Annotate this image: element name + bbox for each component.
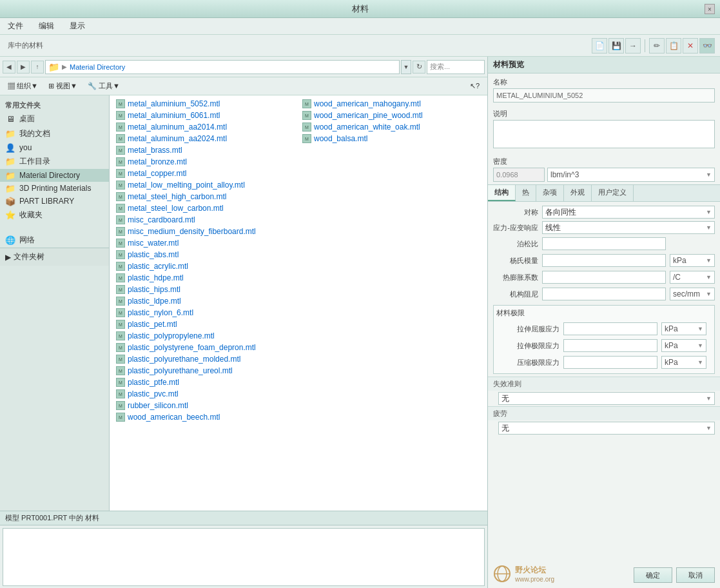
menu-view[interactable]: 显示 xyxy=(67,19,88,33)
file-item[interactable]: Mwood_american_beech.mtl xyxy=(112,411,298,423)
edit-button[interactable]: ✏ xyxy=(649,38,665,54)
file-icon: M xyxy=(116,297,125,306)
thermal-input[interactable] xyxy=(542,271,666,284)
search-box[interactable]: 搜索... xyxy=(427,60,485,74)
file-item[interactable]: Mmetal_aluminium_6061.mtl xyxy=(112,110,298,121)
thermal-unit[interactable]: /C ▼ xyxy=(670,271,715,284)
file-item[interactable]: Mwood_american_mahogany.mtl xyxy=(298,98,485,110)
damping-input[interactable] xyxy=(542,288,666,300)
file-item[interactable]: Mmetal_steel_low_carbon.mtl xyxy=(112,202,298,214)
file-item[interactable]: Mplastic_pet.mtl xyxy=(112,318,298,330)
file-item[interactable]: Mplastic_hips.mtl xyxy=(112,284,298,295)
file-item[interactable]: Mmetal_bronze.mtl xyxy=(112,156,298,168)
back-button[interactable]: ◀ xyxy=(3,61,15,74)
cancel-button[interactable]: 取消 xyxy=(676,567,715,583)
density-unit[interactable]: lbm/in^3 ▼ xyxy=(547,168,715,182)
sidebar-item-you[interactable]: 👤 you xyxy=(0,141,109,154)
file-item[interactable]: Mplastic_polyurethane_ureol.mtl xyxy=(112,365,298,377)
density-input[interactable] xyxy=(493,168,545,182)
damping-unit[interactable]: sec/mm ▼ xyxy=(670,288,715,300)
tensile-yield-input[interactable] xyxy=(563,322,657,335)
sidebar-item-3d-printing[interactable]: 📁 3D Printing Materials xyxy=(0,182,109,195)
file-item[interactable]: Mplastic_pvc.mtl xyxy=(112,388,298,400)
menu-edit[interactable]: 编辑 xyxy=(36,19,57,33)
new-button[interactable]: 📄 xyxy=(592,38,607,54)
tab-thermal[interactable]: 热 xyxy=(516,185,536,201)
copy-button[interactable]: 📋 xyxy=(666,38,681,54)
tensile-yield-unit[interactable]: kPa ▼ xyxy=(661,322,706,335)
file-item[interactable]: Mmetal_aluminum_aa2014.mtl xyxy=(112,121,298,133)
file-item[interactable]: Mwood_balsa.mtl xyxy=(298,133,485,144)
file-item[interactable]: Mplastic_polystyrene_foam_depron.mtl xyxy=(112,342,298,353)
file-item[interactable]: Mplastic_acrylic.mtl xyxy=(112,260,298,272)
sidebar-item-documents[interactable]: 📁 我的文档 xyxy=(0,126,109,141)
youngs-input[interactable] xyxy=(542,254,666,267)
confirm-button[interactable]: 确定 xyxy=(634,567,672,583)
file-item[interactable]: Mmisc_water.mtl xyxy=(112,237,298,249)
tools-button[interactable]: 🔧 工具▼ xyxy=(85,80,122,92)
path-dropdown[interactable]: ▼ xyxy=(401,60,411,74)
up-button[interactable]: ↑ xyxy=(31,61,44,74)
file-item[interactable]: Mwood_american_white_oak.mtl xyxy=(298,121,485,133)
menu-file[interactable]: 文件 xyxy=(5,19,26,33)
right-panel: 材料预览 名称 说明 密度 lbm/in^3 ▼ 结构 热 杂项 外观 xyxy=(488,57,720,588)
stress-select[interactable]: 线性 ▼ xyxy=(542,221,715,234)
save-button[interactable]: 💾 xyxy=(608,38,624,54)
close-button[interactable]: × xyxy=(705,4,715,14)
tab-structure[interactable]: 结构 xyxy=(488,185,516,201)
file-item[interactable]: Mplastic_abs.mtl xyxy=(112,249,298,260)
file-item[interactable]: Mmetal_brass.mtl xyxy=(112,144,298,156)
poisson-input[interactable] xyxy=(542,237,666,250)
preview-button[interactable]: 👓 xyxy=(699,38,715,54)
file-item[interactable]: Mmetal_copper.mtl xyxy=(112,168,298,179)
failure-select[interactable]: 无 ▼ xyxy=(498,392,715,405)
tensile-yield-row: 拉伸屈服应力 kPa ▼ xyxy=(496,320,712,337)
sidebar-item-workdir[interactable]: 📁 工作目录 xyxy=(0,154,109,169)
fatigue-select[interactable]: 无 ▼ xyxy=(498,422,715,435)
tensile-ult-unit[interactable]: kPa ▼ xyxy=(661,339,706,352)
file-item[interactable]: Mmetal_aluminium_5052.mtl xyxy=(112,98,298,110)
file-item[interactable]: Mmisc_cardboard.mtl xyxy=(112,214,298,226)
forward-button[interactable]: ▶ xyxy=(17,61,30,74)
compress-input[interactable] xyxy=(563,356,657,369)
youngs-unit[interactable]: kPa ▼ xyxy=(670,254,715,267)
file-item[interactable]: Mmetal_low_melting_point_alloy.mtl xyxy=(112,179,298,191)
tensile-ult-input[interactable] xyxy=(563,339,657,352)
bottom-content-area xyxy=(3,528,485,586)
file-icon: M xyxy=(302,134,311,143)
tab-user-defined[interactable]: 用户定义 xyxy=(592,185,634,201)
folder-tree-toggle[interactable]: ▶ 文件夹树 xyxy=(0,248,109,266)
file-item[interactable]: Mplastic_polyurethane_molded.mtl xyxy=(112,353,298,365)
tab-appearance[interactable]: 外观 xyxy=(564,185,592,201)
file-icon: M xyxy=(116,262,125,271)
file-item[interactable]: Mrubber_silicon.mtl xyxy=(112,400,298,411)
refresh-button[interactable]: ↻ xyxy=(413,61,425,74)
youngs-unit-arrow: ▼ xyxy=(706,257,712,264)
symmetry-select[interactable]: 各向同性 ▼ xyxy=(542,206,715,219)
address-path[interactable]: 📁 ▶ Material Directory xyxy=(45,60,400,74)
sidebar-item-desktop[interactable]: 🖥 桌面 xyxy=(0,112,109,126)
name-input[interactable] xyxy=(493,88,715,103)
file-item[interactable]: Mwood_american_pine_wood.mtl xyxy=(298,110,485,121)
failure-label: 失效准则 xyxy=(488,377,720,391)
file-item[interactable]: Mplastic_ptfe.mtl xyxy=(112,377,298,388)
file-item[interactable]: Mplastic_nylon_6.mtl xyxy=(112,307,298,318)
folder-icon: 📁 xyxy=(48,62,59,72)
organize-button[interactable]: ▦ 组织▼ xyxy=(5,80,41,92)
view-button[interactable]: ⊞ 视图▼ xyxy=(46,80,80,92)
file-item[interactable]: Mplastic_polypropylene.mtl xyxy=(112,330,298,342)
delete-button[interactable]: ✕ xyxy=(683,38,698,54)
tab-misc[interactable]: 杂项 xyxy=(536,185,564,201)
file-item[interactable]: Mmetal_steel_high_carbon.mtl xyxy=(112,191,298,202)
file-item[interactable]: Mplastic_hdpe.mtl xyxy=(112,272,298,284)
desc-textarea[interactable] xyxy=(493,120,715,148)
file-item[interactable]: Mmetal_aluminum_aa2024.mtl xyxy=(112,133,298,144)
sidebar-item-part-library[interactable]: 📦 PART LIBRARY xyxy=(0,195,109,208)
arrow-button[interactable]: → xyxy=(625,38,641,54)
sidebar-item-material-dir[interactable]: 📁 Material Directory xyxy=(0,169,109,182)
sidebar-item-network[interactable]: 🌐 网络 xyxy=(0,233,109,248)
file-item[interactable]: Mmisc_medium_density_fiberboard.mtl xyxy=(112,226,298,237)
file-item[interactable]: Mplastic_ldpe.mtl xyxy=(112,295,298,307)
sidebar-item-favorites[interactable]: ⭐ 收藏夹 xyxy=(0,208,109,222)
compress-unit[interactable]: kPa ▼ xyxy=(661,356,706,369)
